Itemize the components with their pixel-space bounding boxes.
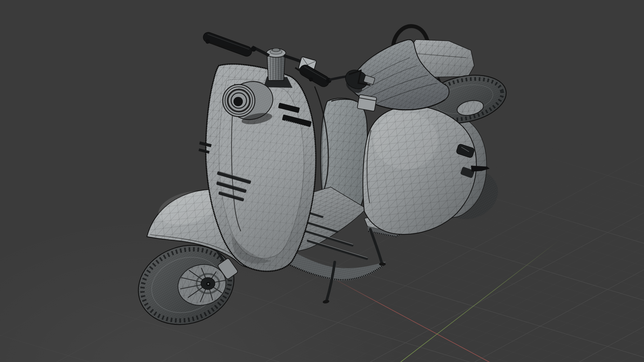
brake-lever-ball [309,77,313,81]
left-lever-ball [206,40,210,44]
viewport-3d[interactable] [0,0,644,362]
steering-column[interactable] [266,48,286,80]
headlight-lens [233,97,243,106]
seat-bracket [357,95,377,111]
